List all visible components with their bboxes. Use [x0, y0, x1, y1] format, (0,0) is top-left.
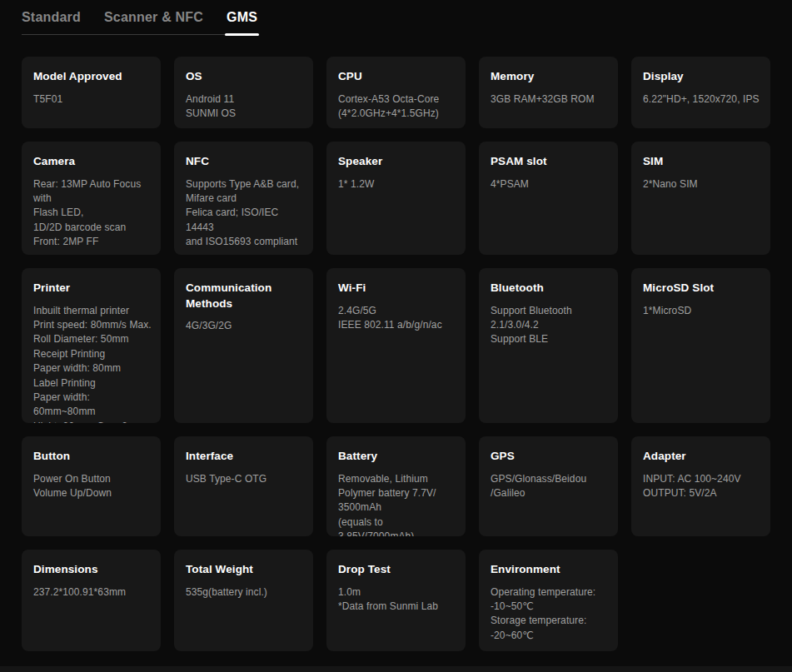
- spec-card-title: Bluetooth: [491, 281, 611, 296]
- spec-card-title: Model Approved: [33, 69, 154, 85]
- spec-card-body: Power On Button Volume Up/Down: [33, 472, 154, 501]
- spec-card-title: Interface: [186, 449, 306, 465]
- spec-card-body: Rear: 13MP Auto Focus with Flash LED, 1D…: [33, 177, 154, 250]
- spec-card: Total Weight 535g(battery incl.): [174, 550, 313, 651]
- spec-card-title: SIM: [643, 154, 764, 170]
- spec-card-body: USB Type-C OTG: [186, 472, 306, 486]
- tab-standard[interactable]: Standard: [22, 10, 81, 25]
- spec-card-body: 2.4G/5G IEEE 802.11 a/b/g/n/ac: [338, 304, 459, 333]
- spec-card-body: 535g(battery incl.): [186, 585, 306, 600]
- spec-card-body: Inbuilt thermal printer Print speed: 80m…: [33, 304, 154, 424]
- spec-card-title: Total Weight: [186, 562, 306, 578]
- spec-card-title: OS: [186, 69, 306, 85]
- spec-card-title: Speaker: [338, 154, 459, 170]
- spec-card-title: CPU: [338, 69, 459, 85]
- spec-card: Model Approved T5F01: [22, 57, 161, 128]
- spec-card-body: T5F01: [33, 92, 154, 107]
- spec-card-title: Battery: [338, 449, 459, 465]
- spec-card-title: Adapter: [643, 449, 764, 465]
- spec-card-body: 4G/3G/2G: [186, 319, 306, 333]
- spec-card: Wi-Fi 2.4G/5G IEEE 802.11 a/b/g/n/ac: [326, 268, 466, 423]
- spec-card: MicroSD Slot 1*MicroSD: [631, 268, 770, 423]
- spec-card: GPS GPS/Glonass/Beidou /Galileo: [479, 436, 618, 536]
- spec-card: OS Android 11 SUNMI OS: [174, 57, 313, 128]
- spec-card-body: Operating temperature: -10~50℃ Storage t…: [491, 585, 611, 644]
- spec-card-body: Removable, Lithium Polymer battery 7.7V/…: [338, 472, 459, 537]
- spec-card-body: 237.2*100.91*63mm: [33, 585, 154, 600]
- spec-card-title: Display: [643, 69, 764, 85]
- next-section-edge: [0, 666, 792, 672]
- spec-card: Speaker 1* 1.2W: [326, 142, 466, 255]
- spec-card: Communication Methods 4G/3G/2G: [174, 268, 313, 423]
- spec-card: SIM 2*Nano SIM: [631, 142, 770, 255]
- tab-gms[interactable]: GMS: [227, 10, 257, 25]
- spec-card: CPU Cortex-A53 Octa-Core (4*2.0GHz+4*1.5…: [326, 57, 466, 128]
- spec-card-grid: Model Approved T5F01 OS Android 11 SUNMI…: [22, 57, 770, 651]
- spec-card-title: PSAM slot: [491, 154, 611, 170]
- spec-card-body: Cortex-A53 Octa-Core (4*2.0GHz+4*1.5GHz): [338, 92, 459, 122]
- spec-page: Standard Scanner & NFC GMS Model Approve…: [0, 0, 792, 651]
- spec-card: Battery Removable, Lithium Polymer batte…: [326, 436, 466, 536]
- spec-card-title: NFC: [186, 154, 306, 170]
- spec-card: Bluetooth Support Bluetooth 2.1/3.0/4.2 …: [479, 268, 618, 423]
- spec-card-title: Button: [33, 449, 154, 465]
- spec-card: NFC Supports Type A&B card, Mifare card …: [174, 142, 313, 255]
- spec-card: Display 6.22"HD+, 1520x720, IPS: [631, 57, 770, 128]
- spec-card-title: Drop Test: [338, 562, 459, 578]
- spec-card: Camera Rear: 13MP Auto Focus with Flash …: [22, 142, 161, 255]
- spec-card-body: Supports Type A&B card, Mifare card Feli…: [186, 177, 306, 250]
- spec-card-body: 1* 1.2W: [338, 177, 459, 192]
- spec-card: Environment Operating temperature: -10~5…: [479, 550, 618, 651]
- spec-card: Adapter INPUT: AC 100~240V OUTPUT: 5V/2A: [631, 436, 770, 536]
- spec-card-body: INPUT: AC 100~240V OUTPUT: 5V/2A: [643, 472, 764, 501]
- spec-card-body: Support Bluetooth 2.1/3.0/4.2 Support BL…: [491, 304, 611, 347]
- spec-card-title: Printer: [33, 281, 154, 296]
- spec-card-title: Wi-Fi: [338, 281, 459, 296]
- spec-card-title: Memory: [491, 69, 611, 85]
- spec-card-title: Camera: [33, 154, 154, 170]
- spec-card-title: MicroSD Slot: [643, 281, 764, 296]
- spec-card: Printer Inbuilt thermal printer Print sp…: [22, 268, 161, 423]
- spec-card: Interface USB Type-C OTG: [174, 436, 313, 536]
- tab-scanner-nfc[interactable]: Scanner & NFC: [104, 10, 203, 25]
- spec-card-title: Dimensions: [33, 562, 154, 578]
- spec-card: PSAM slot 4*PSAM: [479, 142, 618, 255]
- spec-card-title: Environment: [491, 562, 611, 578]
- spec-card-body: 6.22"HD+, 1520x720, IPS: [643, 92, 764, 107]
- spec-card-body: 2*Nano SIM: [643, 177, 764, 192]
- spec-tab-bar: Standard Scanner & NFC GMS: [22, 10, 257, 35]
- spec-card-body: 3GB RAM+32GB ROM: [491, 92, 611, 107]
- spec-card-body: GPS/Glonass/Beidou /Galileo: [491, 472, 611, 501]
- spec-card-body: 4*PSAM: [491, 177, 611, 192]
- spec-card: Button Power On Button Volume Up/Down: [22, 436, 161, 536]
- spec-card-title: GPS: [491, 449, 611, 465]
- spec-card-body: 1.0m *Data from Sunmi Lab: [338, 585, 459, 615]
- spec-card-body: 1*MicroSD: [643, 304, 764, 318]
- spec-card: Memory 3GB RAM+32GB ROM: [479, 57, 618, 128]
- spec-card: Drop Test 1.0m *Data from Sunmi Lab: [326, 550, 466, 651]
- spec-card-body: Android 11 SUNMI OS: [186, 92, 306, 122]
- spec-card: Dimensions 237.2*100.91*63mm: [22, 550, 161, 651]
- spec-card-title: Communication Methods: [186, 281, 306, 311]
